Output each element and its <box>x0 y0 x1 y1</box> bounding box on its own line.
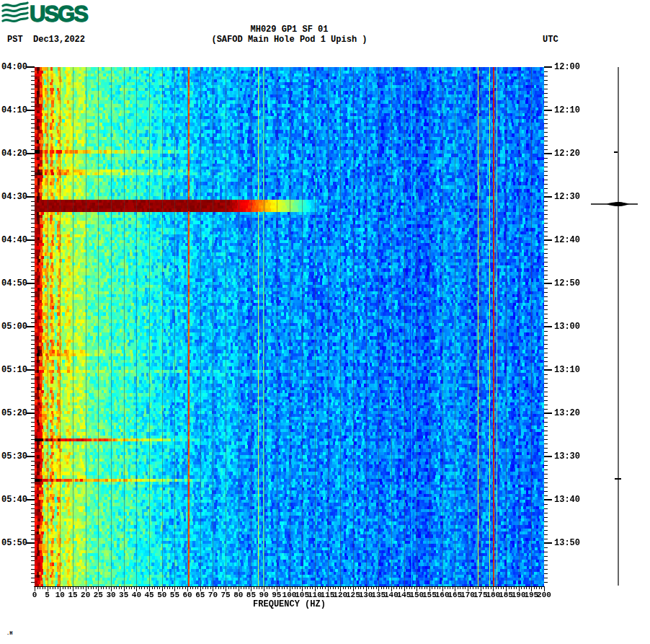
frequency-minor-tick <box>419 587 420 589</box>
frequency-minor-tick <box>192 587 193 589</box>
left-minor-tick <box>31 521 35 522</box>
frequency-minor-tick <box>55 587 55 589</box>
frequency-minor-tick <box>284 587 285 589</box>
left-minor-tick <box>31 348 35 349</box>
frequency-minor-tick <box>116 587 117 589</box>
frequency-tick-label: 40 <box>132 591 141 599</box>
right-time-tick-label: 12:00 <box>554 62 580 72</box>
left-minor-tick <box>31 145 35 146</box>
frequency-minor-tick <box>411 587 412 589</box>
frequency-minor-tick <box>65 587 66 589</box>
frequency-minor-tick <box>432 587 432 589</box>
right-minor-tick <box>544 115 548 115</box>
right-minor-tick <box>544 547 548 548</box>
right-minor-tick <box>544 452 548 453</box>
left-minor-tick <box>31 266 35 267</box>
frequency-minor-tick <box>50 587 50 589</box>
frequency-minor-tick <box>453 587 453 589</box>
frequency-minor-tick <box>241 587 241 589</box>
frequency-minor-tick <box>185 587 186 589</box>
right-minor-tick <box>544 366 548 366</box>
left-major-tick <box>27 239 35 241</box>
right-minor-tick <box>544 184 548 185</box>
right-major-tick <box>544 110 552 111</box>
frequency-minor-tick <box>521 587 522 589</box>
left-minor-tick <box>31 162 35 163</box>
frequency-minor-tick <box>208 587 208 589</box>
right-minor-tick <box>544 71 548 72</box>
left-time-tick-label: 04:50 <box>1 278 27 288</box>
frequency-minor-tick <box>373 587 374 589</box>
right-minor-tick <box>544 193 548 193</box>
left-time-tick-label: 04:00 <box>1 62 27 72</box>
frequency-minor-tick <box>498 587 499 589</box>
right-minor-tick <box>544 167 548 167</box>
frequency-minor-tick <box>53 587 53 589</box>
frequency-axis-title: FREQUENCY (HZ) <box>35 600 544 609</box>
frequency-minor-tick <box>76 587 76 589</box>
frequency-minor-tick <box>195 587 196 589</box>
right-minor-tick <box>544 552 548 552</box>
right-minor-tick <box>544 244 548 245</box>
frequency-minor-tick <box>279 587 280 589</box>
right-minor-tick <box>544 219 548 219</box>
frequency-minor-tick <box>228 587 229 589</box>
frequency-minor-tick <box>534 587 535 589</box>
left-minor-tick <box>31 444 35 444</box>
frequency-minor-tick <box>335 587 336 589</box>
frequency-minor-tick <box>267 587 267 589</box>
right-time-tick-label: 12:30 <box>554 192 580 202</box>
frequency-minor-tick <box>463 587 463 589</box>
left-major-tick <box>27 456 35 457</box>
frequency-minor-tick <box>450 587 450 589</box>
right-minor-tick <box>544 400 548 401</box>
right-minor-tick <box>544 539 548 539</box>
right-minor-tick <box>544 513 548 513</box>
frequency-minor-tick <box>529 587 530 589</box>
right-minor-tick <box>544 275 548 275</box>
left-minor-tick <box>31 331 35 332</box>
frequency-minor-tick <box>330 587 331 589</box>
right-minor-tick <box>544 444 548 444</box>
right-minor-tick <box>544 145 548 146</box>
frequency-minor-tick <box>396 587 397 589</box>
frequency-minor-tick <box>147 587 148 589</box>
frequency-minor-tick <box>63 587 63 589</box>
right-minor-tick <box>544 309 548 310</box>
left-minor-tick <box>31 249 35 250</box>
right-minor-tick <box>544 578 548 578</box>
left-minor-tick <box>31 275 35 275</box>
right-minor-tick <box>544 379 548 379</box>
left-time-tick-label: 04:10 <box>1 105 27 115</box>
frequency-minor-tick <box>333 587 334 589</box>
left-minor-tick <box>31 405 35 405</box>
seismogram-trace <box>589 63 650 590</box>
right-minor-tick <box>544 582 548 583</box>
frequency-tick-label: 15 <box>68 591 77 599</box>
left-minor-tick <box>31 534 35 535</box>
frequency-minor-tick <box>114 587 115 589</box>
frequency-minor-tick <box>503 587 504 589</box>
right-minor-tick <box>544 128 548 128</box>
frequency-minor-tick <box>249 587 249 589</box>
left-major-tick <box>27 110 35 111</box>
right-minor-tick <box>544 301 548 301</box>
right-minor-tick <box>544 461 548 462</box>
frequency-tick-label: 200 <box>537 591 551 599</box>
left-minor-tick <box>31 257 35 258</box>
frequency-minor-tick <box>292 587 293 589</box>
frequency-minor-tick <box>37 587 38 589</box>
left-minor-tick <box>31 361 35 362</box>
left-major-tick <box>27 499 35 500</box>
left-minor-tick <box>31 461 35 462</box>
right-minor-tick <box>544 435 548 436</box>
left-minor-tick <box>31 223 35 224</box>
left-minor-tick <box>31 244 35 245</box>
left-minor-tick <box>31 387 35 388</box>
left-minor-tick <box>31 184 35 185</box>
left-minor-tick <box>31 353 35 353</box>
frequency-minor-tick <box>215 587 216 589</box>
frequency-minor-tick <box>460 587 460 589</box>
right-minor-tick <box>544 80 548 81</box>
right-minor-tick <box>544 422 548 423</box>
